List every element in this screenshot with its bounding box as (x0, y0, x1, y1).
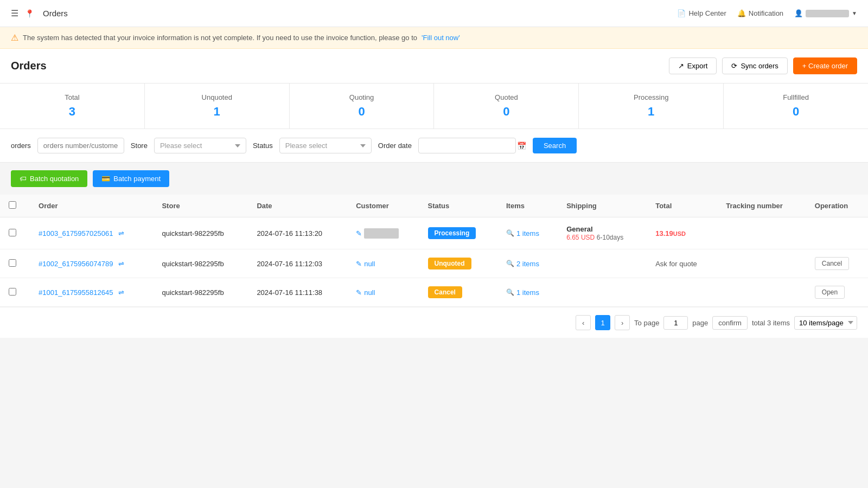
col-status: Status (419, 195, 497, 217)
items-link[interactable]: 🔍 2 items (506, 260, 549, 268)
customer-name: null (364, 288, 375, 297)
stats-bar: Total 3 Unquoted 1 Quoting 0 Quoted 0 Pr… (0, 84, 868, 129)
export-icon: ↗ (678, 62, 684, 70)
status-select[interactable]: Please select (279, 138, 372, 153)
store-name: quickstart-982295fb (162, 260, 224, 268)
order-date-label: Order date (378, 142, 412, 150)
order-date: 2024-07-16 11:12:03 (257, 260, 322, 268)
create-order-button[interactable]: + Create order (793, 57, 857, 74)
notification-link[interactable]: 🔔 Notification (737, 9, 783, 17)
sync-orders-button[interactable]: ⟳ Sync orders (722, 57, 787, 74)
customer-name: null (364, 260, 375, 268)
total-cell: 13.19USD (647, 217, 717, 249)
page-confirm-button[interactable]: confirm (712, 316, 748, 330)
notification-label: Notification (749, 9, 783, 17)
nav-title: Orders (43, 9, 68, 18)
col-shipping: Shipping (558, 195, 647, 217)
table-row: #1001_6175955812645 ⇌ quickstart-982295f… (0, 278, 868, 307)
col-items: Items (497, 195, 558, 217)
table-header-row: Order Store Date Customer Status Items S… (0, 195, 868, 217)
export-button[interactable]: ↗ Export (669, 57, 717, 74)
stat-quoted-label: Quoted (439, 93, 573, 101)
shipping-type: General (566, 225, 592, 233)
filter-bar: orders Store Please select Status Please… (0, 129, 868, 163)
row-checkbox[interactable] (9, 288, 16, 296)
items-link[interactable]: 🔍 1 items (506, 288, 549, 297)
items-link[interactable]: 🔍 1 items (506, 229, 549, 237)
quotation-icon: 🏷 (20, 175, 27, 183)
calendar-icon[interactable]: 📅 (517, 142, 526, 150)
shipping-cell (558, 249, 647, 278)
items-cell: 🔍 1 items (497, 278, 558, 307)
pagination: ‹ 1 › To page page confirm total 3 items… (0, 307, 868, 338)
order-link-icon[interactable]: ⇌ (118, 229, 124, 237)
order-link-icon[interactable]: ⇌ (118, 288, 124, 297)
batch-quotation-button[interactable]: 🏷 Batch quotation (11, 170, 87, 187)
order-link-icon[interactable]: ⇌ (118, 260, 124, 268)
page-number-input[interactable] (663, 316, 688, 330)
customer-name-blurred (364, 228, 399, 239)
operation-cancel-button[interactable]: Cancel (815, 257, 849, 270)
stat-quoted-value: 0 (439, 105, 573, 119)
stat-quoting[interactable]: Quoting 0 (290, 84, 435, 129)
next-page-button[interactable]: › (615, 315, 630, 330)
items-per-page-select[interactable]: 10 items/page 20 items/page 50 items/pag… (794, 316, 857, 330)
date-cell: 2024-07-16 11:13:20 (248, 217, 347, 249)
tracking-cell (717, 249, 806, 278)
stat-total-value: 3 (5, 105, 139, 119)
col-order: Order (30, 195, 153, 217)
order-number[interactable]: #1002_6175956074789 (39, 260, 113, 268)
alert-banner: ⚠ The system has detected that your invo… (0, 27, 868, 49)
stat-fulfilled[interactable]: Fullfilled 0 (724, 84, 868, 129)
order-num-cell: #1003_6175957025061 ⇌ (30, 217, 153, 249)
col-checkbox (0, 195, 30, 217)
orders-search-input[interactable] (37, 138, 124, 153)
order-number[interactable]: #1003_6175957025061 (39, 229, 113, 237)
status-cell: Unquoted (419, 249, 497, 278)
row-checkbox-cell (0, 278, 30, 307)
stat-total[interactable]: Total 3 (0, 84, 145, 129)
fill-out-now-link[interactable]: 'Fill out now' (422, 34, 460, 42)
select-all-checkbox[interactable] (9, 201, 16, 209)
stat-unquoted-value: 1 (150, 105, 284, 119)
stat-unquoted[interactable]: Unquoted 1 (145, 84, 290, 129)
menu-icon[interactable]: ☰ (11, 8, 18, 18)
store-select[interactable]: Please select (154, 138, 246, 153)
stat-quoting-label: Quoting (295, 93, 429, 101)
stat-quoted[interactable]: Quoted 0 (434, 84, 579, 129)
user-menu[interactable]: 👤 ▼ (794, 9, 857, 17)
page-1-button[interactable]: 1 (595, 315, 610, 330)
header-actions: ↗ Export ⟳ Sync orders + Create order (669, 57, 857, 74)
status-badge: Cancel (428, 286, 462, 298)
order-date-input[interactable] (418, 138, 516, 153)
sync-icon: ⟳ (731, 62, 737, 70)
order-number[interactable]: #1001_6175955812645 (39, 288, 113, 297)
batch-payment-button[interactable]: 💳 Batch payment (93, 170, 169, 187)
operation-open-button[interactable]: Open (815, 286, 845, 299)
row-checkbox[interactable] (9, 229, 16, 236)
orders-table: Order Store Date Customer Status Items S… (0, 195, 868, 307)
row-checkbox[interactable] (9, 259, 16, 267)
total-price: 13.19USD (655, 229, 686, 237)
tracking-cell (717, 217, 806, 249)
operation-cell: Open (806, 278, 868, 307)
batch-quotation-label: Batch quotation (30, 175, 79, 183)
orders-table-container: Order Store Date Customer Status Items S… (0, 195, 868, 307)
prev-page-button[interactable]: ‹ (576, 315, 591, 330)
store-name: quickstart-982295fb (162, 288, 224, 297)
customer-cell: ✎null (347, 278, 419, 307)
operation-cell: Cancel (806, 249, 868, 278)
action-bar: 🏷 Batch quotation 💳 Batch payment (0, 163, 868, 195)
store-cell: quickstart-982295fb (153, 278, 248, 307)
help-icon: 📄 (677, 9, 686, 17)
create-order-label: + Create order (802, 62, 848, 70)
edit-icon: ✎ (356, 229, 362, 237)
stat-processing[interactable]: Processing 1 (579, 84, 724, 129)
search-button[interactable]: Search (533, 138, 577, 153)
user-icon: 👤 (794, 9, 803, 17)
tracking-cell (717, 278, 806, 307)
search-icon: 🔍 (506, 229, 514, 237)
help-center-link[interactable]: 📄 Help Center (677, 9, 726, 17)
stat-unquoted-label: Unquoted (150, 93, 284, 101)
col-date: Date (248, 195, 347, 217)
